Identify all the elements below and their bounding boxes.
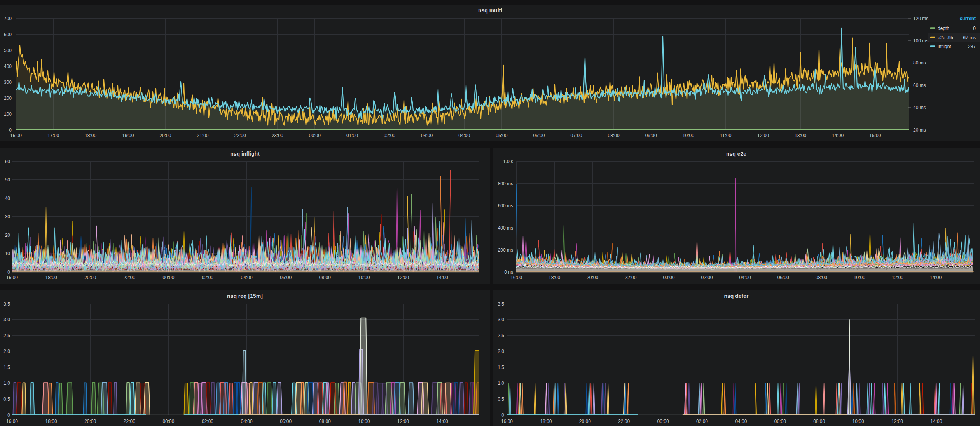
svg-text:67 ms: 67 ms [963,35,976,40]
svg-text:04:00: 04:00 [739,275,751,280]
svg-text:20:00: 20:00 [579,419,591,424]
svg-text:200 ms: 200 ms [498,247,513,253]
svg-text:600: 600 [4,32,12,37]
svg-text:300: 300 [4,80,12,85]
svg-text:60: 60 [5,159,10,164]
svg-text:18:00: 18:00 [45,275,57,280]
svg-text:22:00: 22:00 [124,419,135,424]
svg-text:07:00: 07:00 [570,133,582,138]
svg-text:16:00: 16:00 [6,419,18,424]
svg-text:3.0: 3.0 [3,317,10,322]
svg-text:200: 200 [4,96,12,101]
svg-text:1.0: 1.0 [3,381,10,386]
svg-text:02:00: 02:00 [202,275,213,280]
svg-text:20 ms: 20 ms [913,127,926,133]
svg-text:19:00: 19:00 [122,133,134,138]
svg-text:08:00: 08:00 [816,275,827,280]
svg-text:800 ms: 800 ms [498,181,513,186]
svg-text:nsq defer: nsq defer [724,293,749,299]
svg-text:06:00: 06:00 [533,133,545,138]
svg-text:12:00: 12:00 [891,419,903,424]
svg-text:3.5: 3.5 [3,301,10,307]
svg-text:600 ms: 600 ms [498,203,513,209]
svg-text:10:00: 10:00 [683,133,694,138]
svg-text:05:00: 05:00 [496,133,507,138]
svg-text:0.5: 0.5 [3,396,10,402]
svg-text:00:00: 00:00 [663,275,674,280]
svg-text:20:00: 20:00 [587,275,598,280]
svg-text:2.5: 2.5 [3,333,10,338]
svg-text:10:00: 10:00 [852,419,864,424]
svg-text:08:00: 08:00 [319,419,331,424]
svg-text:14:00: 14:00 [930,419,942,424]
svg-text:18:00: 18:00 [540,419,552,424]
svg-text:0: 0 [7,412,10,418]
svg-text:14:00: 14:00 [832,133,844,138]
svg-text:current: current [960,16,976,21]
svg-text:04:00: 04:00 [458,133,470,138]
svg-text:1.5: 1.5 [498,365,504,370]
svg-text:06:00: 06:00 [774,419,786,424]
svg-text:18:00: 18:00 [549,275,560,280]
svg-text:2.5: 2.5 [498,333,504,338]
svg-text:02:00: 02:00 [202,419,213,424]
svg-text:22:00: 22:00 [625,275,636,280]
svg-text:22:00: 22:00 [124,275,135,280]
svg-text:04:00: 04:00 [735,419,747,424]
svg-text:10:00: 10:00 [358,419,370,424]
svg-text:700: 700 [4,16,12,21]
svg-text:17:00: 17:00 [47,133,59,138]
svg-text:12:00: 12:00 [397,275,409,280]
svg-text:0: 0 [7,270,10,275]
svg-text:1.0 s: 1.0 s [503,159,513,164]
svg-text:237: 237 [968,44,976,49]
svg-text:00:00: 00:00 [162,275,174,280]
svg-text:60 ms: 60 ms [913,83,926,88]
svg-text:20: 20 [5,233,10,238]
svg-text:1.0: 1.0 [498,381,504,386]
svg-text:400: 400 [4,64,12,69]
svg-text:00:00: 00:00 [162,419,174,424]
svg-text:06:00: 06:00 [280,275,292,280]
svg-text:100: 100 [4,111,12,117]
svg-text:80 ms: 80 ms [913,60,926,66]
svg-text:16:00: 16:00 [10,133,22,138]
svg-text:50: 50 [5,177,10,183]
svg-text:14:00: 14:00 [437,419,448,424]
svg-text:15:00: 15:00 [869,133,881,138]
svg-text:01:00: 01:00 [346,133,358,138]
svg-text:04:00: 04:00 [241,419,253,424]
svg-text:23:00: 23:00 [272,133,283,138]
svg-text:0 ns: 0 ns [504,270,513,275]
svg-text:02:00: 02:00 [701,275,713,280]
svg-text:04:00: 04:00 [241,275,253,280]
svg-text:20:00: 20:00 [84,275,96,280]
svg-text:40 ms: 40 ms [913,105,926,110]
svg-text:06:00: 06:00 [280,419,292,424]
svg-text:2.0: 2.0 [498,349,504,354]
svg-text:16:00: 16:00 [501,419,513,424]
svg-text:inflight: inflight [938,44,951,49]
svg-text:22:00: 22:00 [618,419,630,424]
svg-text:08:00: 08:00 [813,419,825,424]
svg-text:400 ms: 400 ms [498,225,513,231]
svg-text:500: 500 [4,48,12,53]
svg-text:18:00: 18:00 [85,133,96,138]
svg-text:21:00: 21:00 [197,133,208,138]
svg-text:03:00: 03:00 [421,133,433,138]
svg-text:16:00: 16:00 [6,275,18,280]
svg-text:3.5: 3.5 [498,301,504,307]
svg-text:16:00: 16:00 [510,275,522,280]
svg-text:e2e .95: e2e .95 [938,35,953,40]
svg-text:12:00: 12:00 [397,419,409,424]
svg-text:nsq e2e: nsq e2e [726,151,746,157]
svg-text:08:00: 08:00 [319,275,331,280]
svg-text:nsq req [15m]: nsq req [15m] [227,293,263,299]
svg-text:2.0: 2.0 [3,349,10,354]
svg-text:0: 0 [973,26,976,31]
svg-text:12:00: 12:00 [892,275,903,280]
svg-text:nsq multi: nsq multi [478,7,502,14]
svg-text:10: 10 [5,251,10,256]
svg-text:00:00: 00:00 [657,419,669,424]
svg-text:02:00: 02:00 [696,419,708,424]
